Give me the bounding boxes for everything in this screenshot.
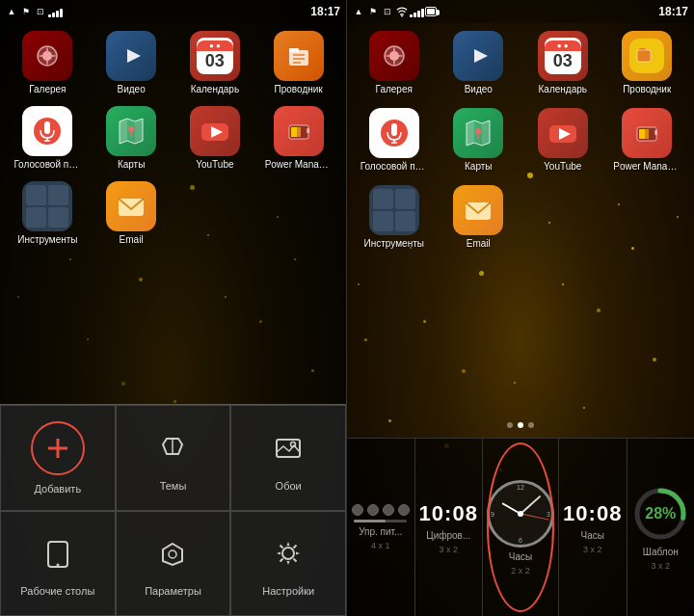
menu-add-label: Добавить <box>35 483 82 495</box>
widget-template-title: Шаблон <box>643 547 679 557</box>
battery-icon-r <box>425 6 437 17</box>
email-label-right: Email <box>467 238 491 249</box>
app-grid-left: Галерея Видео ● ● 03 Календарь Проводник <box>8 27 338 249</box>
widget-template[interactable]: 28% Шаблон 3 x 2 <box>627 439 695 616</box>
widget-clock-digital[interactable]: 10:08 Цифров... 3 x 2 <box>415 439 484 616</box>
widget-power-title: Упр. пит... <box>359 526 402 537</box>
settings-icon <box>264 529 312 577</box>
video-icon-left <box>106 31 156 81</box>
svg-point-47 <box>475 128 481 134</box>
app-video-right[interactable]: Видео <box>440 27 519 98</box>
app-voice-right[interactable]: Голосовой поиск <box>355 104 434 175</box>
notification-icon: ▲ <box>6 6 17 17</box>
email-icon-left <box>106 181 156 231</box>
menu-wallpaper[interactable]: Обои <box>230 405 346 511</box>
status-icons-right: ▲ ⚑ ⊡ <box>353 6 437 17</box>
app-gallery-right[interactable]: Галерея <box>355 27 434 98</box>
app-email-left[interactable]: Email <box>92 177 172 249</box>
status-time-left: 18:17 <box>310 5 340 18</box>
widget-template-size: 3 x 2 <box>651 561 670 571</box>
video-label-left: Видео <box>118 84 146 94</box>
widget-digital2-size: 3 x 2 <box>583 545 602 554</box>
app-youtube-right[interactable]: YouTube <box>523 104 602 175</box>
menu-settings-label: Настройки <box>262 585 314 597</box>
tools-icon-left <box>22 181 72 231</box>
widget-clock-digital2[interactable]: 10:08 Часы 3 x 2 <box>559 439 627 616</box>
alarm-icon: ⚑ <box>20 6 32 17</box>
app-tools-left[interactable]: Инструменты <box>8 177 88 249</box>
maps-label-right: Карты <box>465 161 493 172</box>
calendar-label-left: Календарь <box>191 84 239 94</box>
alarm-icon-r: ⚑ <box>367 6 379 17</box>
widget-power-visual <box>351 504 411 522</box>
tools-icon-right <box>369 185 419 235</box>
power-icon-right <box>622 108 672 158</box>
signal-icon <box>49 6 61 17</box>
status-icons-left: ▲ ⚑ ⊡ <box>6 6 61 17</box>
app-video-left[interactable]: Видео <box>92 27 172 98</box>
files-icon-left <box>274 31 324 81</box>
progress-circle: 28% <box>631 485 689 543</box>
power-label-left: Power Manager <box>265 159 333 170</box>
gallery-label-left: Галерея <box>29 84 66 94</box>
app-maps-left[interactable]: Карты <box>92 102 172 174</box>
status-bar-left: ▲ ⚑ ⊡ 18:17 <box>0 0 346 23</box>
dot-3 <box>528 422 534 428</box>
screenshot-icon: ⊡ <box>35 6 46 17</box>
notification-icon-r: ▲ <box>353 6 364 17</box>
app-youtube-left[interactable]: YouTube <box>175 102 255 174</box>
svg-marker-46 <box>482 121 490 146</box>
voice-icon-right <box>369 108 419 158</box>
svg-marker-2 <box>127 49 141 63</box>
app-email-right[interactable]: Email <box>440 181 519 253</box>
screenshot-icon-r: ⊡ <box>382 6 393 17</box>
app-files-left[interactable]: Проводник <box>258 27 338 98</box>
app-files-right[interactable]: Проводник <box>608 27 687 98</box>
progress-value: 28% <box>631 485 689 543</box>
gallery-icon-right <box>369 31 419 81</box>
widget-analog-title: Часы <box>509 551 532 562</box>
svg-marker-14 <box>135 119 143 144</box>
add-icon <box>31 421 85 475</box>
app-power-left[interactable]: Power Manager <box>258 102 338 174</box>
wallpaper-icon <box>264 424 312 472</box>
signal-icon-r <box>411 6 422 17</box>
left-panel: ▲ ⚑ ⊡ 18:17 Галерея <box>0 0 347 616</box>
svg-marker-36 <box>474 49 488 63</box>
menu-desktops[interactable]: Рабочие столы <box>0 511 116 617</box>
menu-settings[interactable]: Настройки <box>230 511 346 617</box>
app-maps-right[interactable]: Карты <box>440 104 519 175</box>
page-dots <box>347 422 694 428</box>
gallery-label-right: Галерея <box>376 84 413 94</box>
menu-add[interactable]: Добавить <box>0 405 116 511</box>
youtube-label-right: YouTube <box>544 161 581 172</box>
svg-point-33 <box>401 15 403 17</box>
gallery-icon-left <box>22 31 72 81</box>
app-calendar-left[interactable]: ● ● 03 Календарь <box>175 27 255 98</box>
calendar-icon-left: ● ● 03 <box>190 31 240 81</box>
menu-params[interactable]: Параметры <box>116 511 231 617</box>
dot-1 <box>507 422 513 428</box>
widget-power[interactable]: Упр. пит... 4 x 1 <box>347 439 415 616</box>
app-power-right[interactable]: Power Manager <box>608 104 687 175</box>
status-bar-right: ▲ ⚑ ⊡ 18:17 <box>347 0 694 23</box>
themes-icon <box>148 424 197 472</box>
app-gallery-left[interactable]: Галерея <box>8 27 88 98</box>
app-calendar-right[interactable]: ● ● 03 Календарь <box>523 27 602 98</box>
widget-clock-analog[interactable]: 12 6 9 3 Часы 2 x 2 <box>483 439 559 616</box>
youtube-icon-right <box>538 108 588 158</box>
maps-icon-left <box>106 106 156 156</box>
svg-point-30 <box>56 564 59 567</box>
app-voice-left[interactable]: Голосовой поиск <box>8 102 88 174</box>
tools-label-right: Инструменты <box>364 238 424 249</box>
widget-power-size: 4 x 1 <box>371 541 390 550</box>
app-tools-right[interactable]: Инструменты <box>355 181 434 253</box>
menu-params-label: Параметры <box>145 585 201 597</box>
svg-rect-8 <box>44 121 50 134</box>
youtube-label-left: YouTube <box>196 159 233 170</box>
svg-rect-29 <box>48 542 67 567</box>
video-label-right: Видео <box>465 84 493 94</box>
menu-themes[interactable]: Темы <box>116 405 231 511</box>
widget-digital-size: 3 x 2 <box>439 545 458 554</box>
maps-label-left: Карты <box>118 159 146 170</box>
